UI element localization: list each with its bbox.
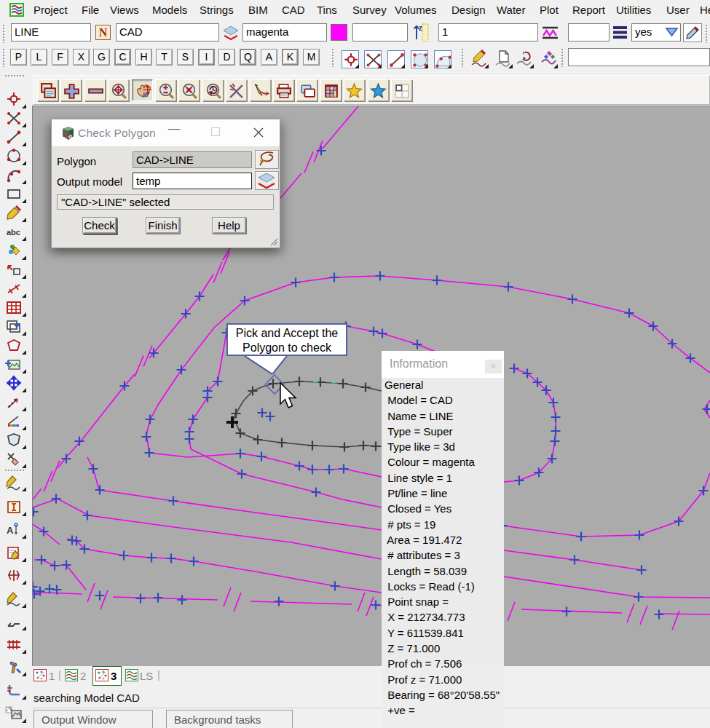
svg-text:abc: abc xyxy=(7,228,20,237)
svg-text:A: A xyxy=(7,525,14,536)
svg-text:d: d xyxy=(68,133,72,140)
svg-text:z: z xyxy=(419,24,422,32)
